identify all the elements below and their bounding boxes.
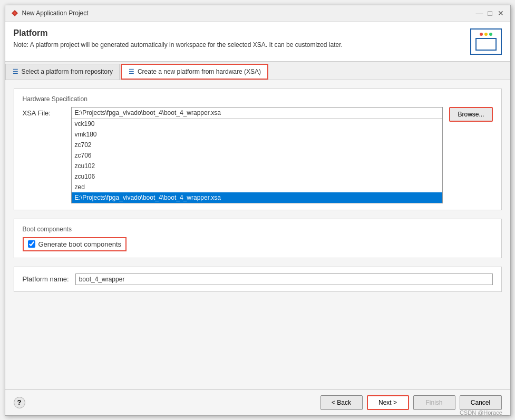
list-item[interactable]: zed <box>72 182 443 192</box>
window-controls: — □ ✕ <box>475 9 505 17</box>
back-button[interactable]: < Back <box>320 395 363 410</box>
app-icon <box>11 9 19 17</box>
xsa-list-container: vck190 vmk180 zc702 zc706 zcu102 zcu106 … <box>71 107 443 203</box>
boot-components-section: Boot components Generate boot components <box>14 219 502 258</box>
main-window: New Application Project — □ ✕ Platform N… <box>5 5 511 416</box>
generate-boot-checkbox-row[interactable]: Generate boot components <box>23 237 127 251</box>
footer: ? < Back Next > Finish Cancel <box>5 389 510 415</box>
help-button[interactable]: ? <box>14 397 25 408</box>
list-item[interactable]: vmk180 <box>72 129 443 140</box>
tab-repo[interactable]: ☰ Select a platform from repository <box>5 64 120 80</box>
list-item[interactable]: zc706 <box>72 150 443 161</box>
minimize-button[interactable]: — <box>475 9 484 17</box>
browse-button[interactable]: Browse... <box>449 107 492 122</box>
tab-repo-label: Select a platform from repository <box>22 68 113 75</box>
title-bar-left: New Application Project <box>11 9 89 17</box>
main-content: Hardware Specification XSA File: vck190 … <box>5 80 510 389</box>
window-title: New Application Project <box>22 9 89 17</box>
list-item[interactable]: zcu106 <box>72 171 443 182</box>
platform-row: Platform name: <box>23 274 493 285</box>
tab-hardware[interactable]: ☰ Create a new platform from hardware (X… <box>121 64 268 80</box>
tab-hardware-icon: ☰ <box>128 68 135 75</box>
footer-left: ? <box>14 397 25 408</box>
tab-repo-icon: ☰ <box>12 68 20 75</box>
header-section: Platform Note: A platform project will b… <box>5 22 510 62</box>
platform-name-input[interactable] <box>75 274 493 285</box>
hardware-spec-label: Hardware Specification <box>23 95 493 103</box>
platform-name-section: Platform name: <box>14 267 502 292</box>
header-note: Note: A platform project will be generat… <box>14 41 462 48</box>
tab-hardware-label: Create a new platform from hardware (XSA… <box>138 68 261 75</box>
title-bar: New Application Project — □ ✕ <box>5 5 510 22</box>
cancel-button[interactable]: Cancel <box>460 395 502 410</box>
xsa-listbox[interactable]: vck190 vmk180 zc702 zc706 zcu102 zcu106 … <box>72 119 443 203</box>
next-button[interactable]: Next > <box>367 395 409 410</box>
watermark: CSDN @Horace__ <box>460 409 509 416</box>
list-item[interactable]: vck190 <box>72 119 443 129</box>
header-icon-box <box>470 28 502 55</box>
xsa-label: XSA File: <box>23 107 65 117</box>
maximize-button[interactable]: □ <box>486 9 494 17</box>
dot-yellow <box>484 33 488 36</box>
generate-boot-label: Generate boot components <box>38 240 122 248</box>
xsa-input[interactable] <box>72 108 443 119</box>
tabs-section: ☰ Select a platform from repository ☰ Cr… <box>5 62 510 80</box>
page-title: Platform <box>14 28 462 38</box>
dot-green <box>489 33 492 36</box>
generate-boot-checkbox[interactable] <box>28 240 35 248</box>
xsa-row: XSA File: vck190 vmk180 zc702 zc706 zcu1… <box>23 107 493 203</box>
icon-dots <box>480 33 492 36</box>
hardware-spec-section: Hardware Specification XSA File: vck190 … <box>14 89 502 210</box>
finish-button[interactable]: Finish <box>413 395 455 410</box>
footer-right: < Back Next > Finish Cancel <box>320 395 502 410</box>
list-item[interactable]: zcu102 <box>72 161 443 171</box>
platform-name-label: Platform name: <box>23 275 69 283</box>
list-item[interactable]: zc702 <box>72 140 443 150</box>
boot-components-label: Boot components <box>23 226 493 233</box>
icon-screen <box>475 38 497 51</box>
list-item-selected[interactable]: E:\Projects\fpga_vivado\boot_4\boot_4_wr… <box>72 192 443 203</box>
close-button[interactable]: ✕ <box>497 9 505 17</box>
header-content: Platform Note: A platform project will b… <box>14 28 462 48</box>
dot-red <box>480 33 483 36</box>
